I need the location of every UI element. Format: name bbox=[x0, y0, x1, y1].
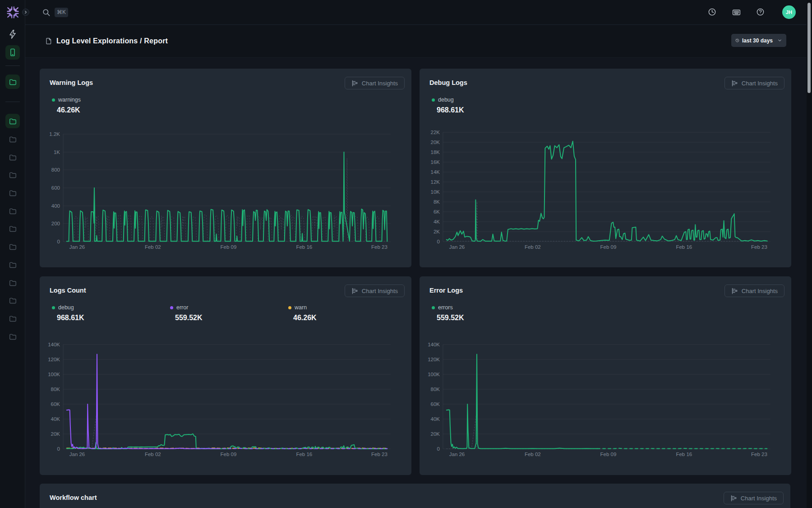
svg-text:20K: 20K bbox=[431, 431, 440, 437]
svg-text:Feb 09: Feb 09 bbox=[221, 244, 237, 250]
svg-text:20K: 20K bbox=[51, 431, 60, 437]
svg-text:Feb 23: Feb 23 bbox=[751, 452, 767, 457]
svg-text:0: 0 bbox=[57, 446, 60, 452]
svg-text:8K: 8K bbox=[434, 199, 440, 205]
svg-text:120K: 120K bbox=[48, 357, 60, 362]
svg-text:100K: 100K bbox=[428, 372, 440, 377]
svg-text:140K: 140K bbox=[428, 342, 440, 347]
svg-text:4K: 4K bbox=[434, 219, 440, 224]
svg-text:Feb 02: Feb 02 bbox=[145, 452, 161, 457]
svg-text:60K: 60K bbox=[51, 401, 60, 407]
svg-text:Feb 23: Feb 23 bbox=[371, 244, 388, 250]
svg-text:10K: 10K bbox=[431, 189, 440, 195]
svg-text:140K: 140K bbox=[48, 342, 60, 347]
svg-text:600: 600 bbox=[51, 185, 60, 191]
svg-text:Feb 23: Feb 23 bbox=[751, 244, 767, 250]
svg-text:Feb 02: Feb 02 bbox=[145, 244, 161, 250]
svg-text:0: 0 bbox=[437, 239, 440, 244]
svg-text:18K: 18K bbox=[431, 149, 440, 155]
svg-text:Feb 02: Feb 02 bbox=[525, 244, 541, 250]
svg-text:2K: 2K bbox=[434, 229, 440, 234]
svg-text:Feb 09: Feb 09 bbox=[600, 244, 617, 250]
svg-text:60K: 60K bbox=[431, 401, 440, 407]
svg-text:0: 0 bbox=[57, 239, 60, 244]
svg-text:6K: 6K bbox=[434, 209, 440, 214]
svg-text:Feb 09: Feb 09 bbox=[221, 452, 237, 457]
svg-text:80K: 80K bbox=[431, 387, 440, 392]
svg-text:0: 0 bbox=[437, 446, 440, 452]
svg-text:14K: 14K bbox=[431, 169, 440, 175]
svg-text:Jan 26: Jan 26 bbox=[449, 452, 465, 457]
svg-text:Jan 26: Jan 26 bbox=[449, 244, 465, 250]
svg-text:12K: 12K bbox=[431, 179, 440, 185]
svg-text:1K: 1K bbox=[54, 149, 60, 155]
svg-text:Jan 26: Jan 26 bbox=[69, 452, 85, 457]
svg-text:Feb 16: Feb 16 bbox=[296, 452, 312, 457]
svg-text:120K: 120K bbox=[428, 357, 440, 362]
svg-text:40K: 40K bbox=[51, 416, 60, 422]
svg-text:16K: 16K bbox=[431, 159, 440, 165]
svg-text:80K: 80K bbox=[51, 387, 60, 392]
svg-text:20K: 20K bbox=[431, 140, 440, 145]
svg-text:Feb 16: Feb 16 bbox=[676, 244, 692, 250]
svg-text:100K: 100K bbox=[48, 372, 60, 377]
svg-text:Jan 26: Jan 26 bbox=[69, 244, 85, 250]
svg-text:400: 400 bbox=[51, 203, 60, 209]
svg-text:Feb 23: Feb 23 bbox=[371, 452, 388, 457]
svg-text:Feb 16: Feb 16 bbox=[676, 452, 692, 457]
svg-text:Feb 02: Feb 02 bbox=[525, 452, 541, 457]
svg-text:40K: 40K bbox=[431, 416, 440, 422]
svg-text:800: 800 bbox=[51, 167, 60, 172]
svg-text:1.2K: 1.2K bbox=[49, 131, 60, 137]
svg-text:200: 200 bbox=[51, 221, 60, 226]
svg-text:Feb 16: Feb 16 bbox=[296, 244, 312, 250]
svg-text:Feb 09: Feb 09 bbox=[600, 452, 617, 457]
svg-text:22K: 22K bbox=[431, 130, 440, 135]
